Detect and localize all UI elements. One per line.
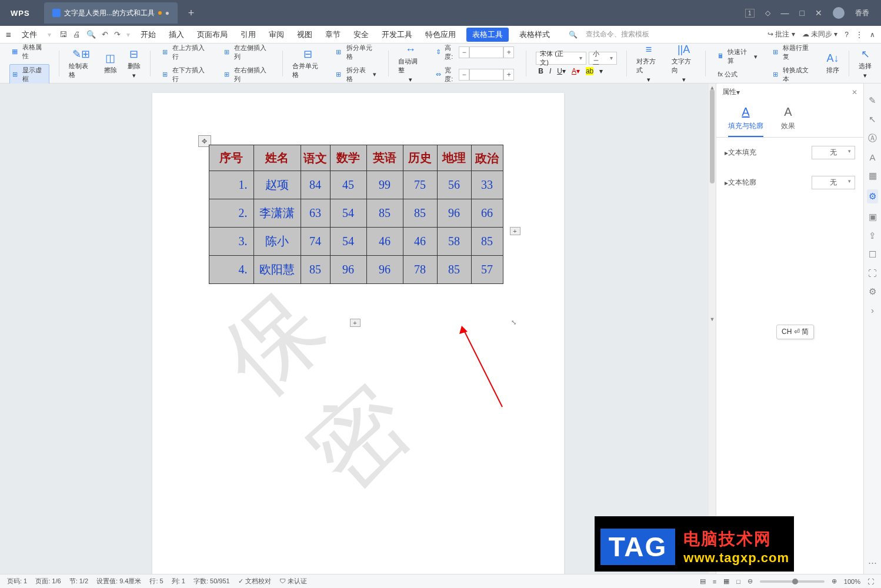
title-repeat-button[interactable]: ⊞标题行重复	[770, 42, 816, 62]
insert-col-left-button[interactable]: ⊞在左侧插入列	[222, 42, 273, 62]
rail-tune-icon[interactable]: ⚙	[867, 189, 878, 203]
menu-ref[interactable]: 引用	[238, 28, 258, 41]
rail-share-icon[interactable]: ⇪	[869, 230, 876, 241]
zoom-value[interactable]: 100%	[844, 578, 860, 585]
sync-button[interactable]: ☁ 未同步 ▾	[802, 29, 838, 39]
menu-dev[interactable]: 开发工具	[379, 28, 415, 41]
menu-view[interactable]: 视图	[295, 28, 315, 41]
menu-insert[interactable]: 插入	[166, 28, 186, 41]
th-idx[interactable]: 序号	[209, 145, 253, 171]
height-plus[interactable]: +	[503, 46, 514, 58]
formula-button[interactable]: fx 公式	[715, 69, 740, 80]
rail-more-icon[interactable]: ⋯	[868, 557, 877, 568]
delete-button[interactable]: ⊟删除▾	[124, 48, 144, 79]
panel-tab-effect[interactable]: A效果	[781, 105, 795, 137]
font-color-icon[interactable]: A▾	[572, 67, 580, 75]
width-minus[interactable]: −	[459, 69, 469, 81]
menu-table-style[interactable]: 表格样式	[517, 28, 552, 41]
split-cells-button[interactable]: ⊞拆分单元格	[333, 42, 379, 62]
eraser-button[interactable]: ◫擦除	[101, 52, 121, 75]
menu-table-tools[interactable]: 表格工具	[466, 28, 509, 42]
menu-review[interactable]: 审阅	[266, 28, 286, 41]
bold-icon[interactable]: B	[538, 67, 543, 75]
save-icon[interactable]: 🖫	[59, 30, 67, 39]
view-web-icon[interactable]: ▦	[723, 577, 729, 585]
text-direction-button[interactable]: ||A文字方向▾	[668, 43, 700, 83]
menu-special[interactable]: 特色应用	[423, 28, 458, 41]
insert-row-above-button[interactable]: ⊞在上方插入行	[160, 42, 211, 62]
sort-button[interactable]: A↓排序	[823, 52, 843, 75]
preview-icon[interactable]: 🔍	[86, 30, 96, 39]
undo-icon[interactable]: ↶	[102, 30, 108, 39]
rail-clipboard-icon[interactable]: ☐	[869, 249, 876, 260]
insert-col-right-button[interactable]: ⊞在右侧插入列	[222, 65, 273, 85]
data-table[interactable]: 序号 姓名 语文 数学 英语 历史 地理 政治 1.赵项844599755633…	[209, 145, 503, 284]
underline-icon[interactable]: U▾	[557, 67, 566, 75]
th-math[interactable]: 数学	[330, 145, 366, 171]
italic-icon[interactable]: I	[549, 67, 551, 75]
th-english[interactable]: 英语	[366, 145, 403, 171]
status-words[interactable]: 字数: 50/951	[193, 577, 230, 586]
zoom-slider[interactable]	[760, 580, 825, 583]
collapse-ribbon-icon[interactable]: ∧	[870, 31, 875, 39]
scroll-down-icon[interactable]: ▼	[709, 315, 716, 323]
status-unverified[interactable]: 🛡 未认证	[279, 577, 307, 586]
table-props-button[interactable]: ▦表格属性	[9, 42, 49, 62]
help-icon[interactable]: ?	[845, 31, 849, 39]
th-geo[interactable]: 地理	[437, 145, 471, 171]
menu-home[interactable]: 开始	[138, 28, 158, 41]
redo-icon[interactable]: ↷	[114, 30, 121, 39]
document-tab[interactable]: 文字是人类用...的方式和工具 ●	[44, 2, 178, 24]
th-name[interactable]: 姓名	[253, 145, 301, 171]
search-box[interactable]: 查找命令、搜索模板	[586, 29, 649, 39]
panel-close-icon[interactable]: ✕	[852, 88, 857, 96]
menu-security[interactable]: 安全	[351, 28, 371, 41]
rail-pointer-icon[interactable]: ↖	[869, 114, 876, 125]
scroll-thumb[interactable]	[710, 89, 715, 183]
th-politics[interactable]: 政治	[471, 145, 503, 171]
status-proof[interactable]: ✓ 文档校对	[238, 577, 271, 586]
view-read-icon[interactable]: ≡	[713, 578, 716, 585]
annotate-button[interactable]: ↪ 批注 ▾	[767, 29, 795, 39]
print-icon[interactable]: 🖨	[73, 30, 81, 39]
add-col-button[interactable]: +	[510, 227, 520, 235]
add-tab-button[interactable]: +	[183, 5, 199, 21]
merge-cells-button[interactable]: ⊟合并单元格	[289, 48, 326, 79]
width-input[interactable]	[469, 69, 503, 81]
view-outline-icon[interactable]: □	[736, 578, 740, 585]
maximize-button[interactable]: □	[800, 8, 805, 18]
th-history[interactable]: 历史	[403, 145, 437, 171]
align-button[interactable]: ≡对齐方式▾	[633, 43, 665, 83]
text-outline-select[interactable]: 无	[812, 176, 855, 189]
insert-row-below-button[interactable]: ⊞在下方插入行	[160, 65, 211, 85]
add-row-button[interactable]: +	[350, 319, 361, 327]
status-page[interactable]: 页面: 1/6	[35, 577, 61, 586]
th-chinese[interactable]: 语文	[301, 145, 330, 171]
canvas[interactable]: 保密 ✥ 序号 姓名 语文 数学 英语 历史 地理 政治 1.赵项844599	[0, 83, 716, 574]
show-frame-button[interactable]: ⊞显示虚框	[9, 64, 49, 85]
rail-chevron-icon[interactable]: ›	[871, 305, 874, 315]
menu-layout[interactable]: 页面布局	[195, 28, 230, 41]
height-input[interactable]	[469, 46, 503, 58]
minimize-button[interactable]: —	[781, 8, 789, 18]
status-page-no[interactable]: 页码: 1	[7, 577, 27, 586]
rail-style-icon[interactable]: Ⓐ	[868, 133, 877, 144]
width-plus[interactable]: +	[503, 69, 514, 81]
avatar[interactable]	[833, 7, 845, 19]
rail-grid-icon[interactable]: ▦	[869, 171, 877, 181]
rail-layers-icon[interactable]: ▣	[869, 212, 877, 222]
font-name-select[interactable]: 宋体 (正文)	[536, 52, 586, 65]
rail-settings-icon[interactable]: ⚙	[869, 286, 876, 297]
font-size-select[interactable]: 小二	[589, 52, 617, 65]
panel-tab-fill[interactable]: A填充与轮廓	[728, 105, 763, 137]
select-button[interactable]: ↖选择▾	[855, 48, 875, 79]
view-page-icon[interactable]: ▤	[700, 577, 706, 585]
highlight-icon[interactable]: ab	[586, 67, 593, 75]
split-table-button[interactable]: ⊞拆分表格▾	[333, 65, 379, 85]
more-icon[interactable]: ⋮	[856, 31, 863, 39]
text-fill-select[interactable]: 无	[812, 146, 855, 159]
text-fill-label[interactable]: 文本填充	[728, 148, 756, 158]
menu-section[interactable]: 章节	[323, 28, 343, 41]
fullscreen-icon[interactable]: ⛶	[867, 578, 874, 585]
autofit-button[interactable]: ↔自动调整▾	[395, 43, 426, 83]
